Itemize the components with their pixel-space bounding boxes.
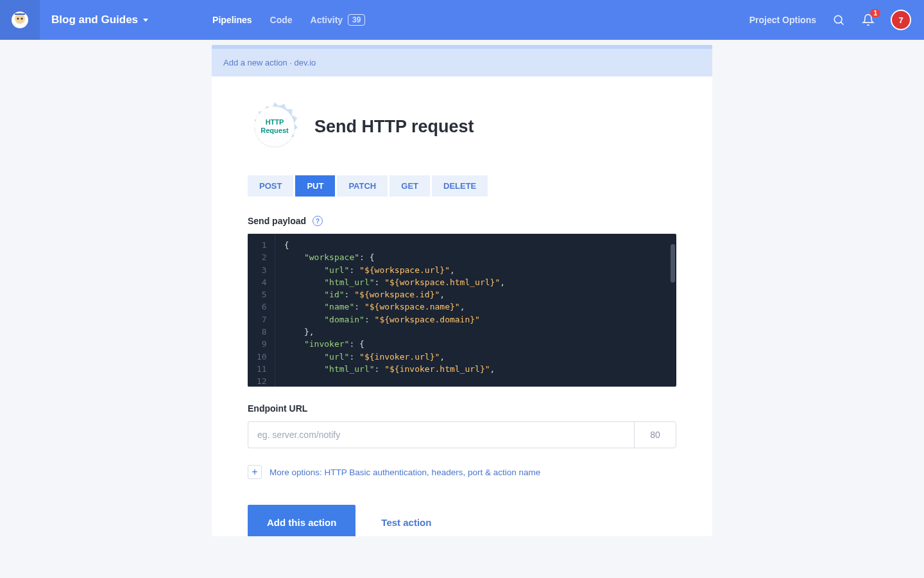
payload-editor[interactable]: 123456789101112 { "workspace": { "url": … xyxy=(248,234,676,387)
notifications-icon[interactable]: 1 xyxy=(861,13,875,27)
logo[interactable] xyxy=(0,0,40,40)
line-gutter: 123456789101112 xyxy=(248,234,275,387)
payload-label: Send payload ? xyxy=(248,216,676,226)
svg-point-5 xyxy=(834,15,842,23)
endpoint-row: 80 xyxy=(248,421,676,448)
icon-text-1: HTTP xyxy=(266,118,284,127)
add-action-button[interactable]: Add this action xyxy=(248,505,355,536)
nav-activity-label: Activity xyxy=(311,15,343,25)
method-tab-put[interactable]: PUT xyxy=(295,175,335,197)
method-tab-patch[interactable]: PATCH xyxy=(337,175,388,197)
code-content[interactable]: { "workspace": { "url": "${workspace.url… xyxy=(275,234,514,387)
plus-icon: + xyxy=(248,465,262,479)
notification-count-badge: 1 xyxy=(870,9,880,17)
topbar-right: Project Options 1 7 xyxy=(749,10,911,30)
more-options-text: More options: HTTP Basic authentication,… xyxy=(270,468,540,477)
svg-point-1 xyxy=(15,13,25,24)
http-request-icon: HTTP Request xyxy=(248,100,302,153)
nav-pipelines[interactable]: Pipelines xyxy=(212,15,252,25)
activity-count-badge: 39 xyxy=(348,14,365,26)
main-nav: Pipelines Code Activity 39 xyxy=(212,14,365,26)
card-header: HTTP Request Send HTTP request xyxy=(248,100,676,153)
port-display[interactable]: 80 xyxy=(634,421,676,448)
nav-activity[interactable]: Activity 39 xyxy=(311,14,366,26)
avatar[interactable]: 7 xyxy=(891,10,911,30)
breadcrumb: Add a new action · dev.io xyxy=(212,49,712,76)
test-action-link[interactable]: Test action xyxy=(381,513,431,528)
page-title: Send HTTP request xyxy=(314,117,474,137)
search-icon[interactable] xyxy=(832,13,846,27)
svg-rect-4 xyxy=(15,13,25,15)
nav-code[interactable]: Code xyxy=(270,15,293,25)
endpoint-url-input[interactable] xyxy=(248,421,634,448)
action-bar: Add this action Test action xyxy=(212,505,712,536)
project-options-link[interactable]: Project Options xyxy=(749,15,816,25)
more-options-toggle[interactable]: + More options: HTTP Basic authenticatio… xyxy=(248,465,676,479)
svg-point-3 xyxy=(21,18,23,20)
project-dropdown[interactable]: Blog and Guides xyxy=(51,13,148,26)
content: Add a new action · dev.io HTTP Request S… xyxy=(212,40,712,536)
project-name-text: Blog and Guides xyxy=(51,13,138,26)
method-tab-get[interactable]: GET xyxy=(389,175,430,197)
icon-text-2: Request xyxy=(261,127,288,135)
help-icon[interactable]: ? xyxy=(312,216,323,226)
topbar: Blog and Guides Pipelines Code Activity … xyxy=(0,0,924,40)
svg-line-6 xyxy=(841,22,843,24)
svg-point-2 xyxy=(17,18,19,20)
method-tab-post[interactable]: POST xyxy=(248,175,293,197)
method-tab-delete[interactable]: DELETE xyxy=(432,175,488,197)
caret-down-icon xyxy=(143,19,148,22)
action-card: HTTP Request Send HTTP request POSTPUTPA… xyxy=(212,76,712,536)
http-method-tabs: POSTPUTPATCHGETDELETE xyxy=(248,175,676,197)
payload-label-text: Send payload xyxy=(248,216,306,226)
endpoint-label: Endpoint URL xyxy=(248,403,676,414)
